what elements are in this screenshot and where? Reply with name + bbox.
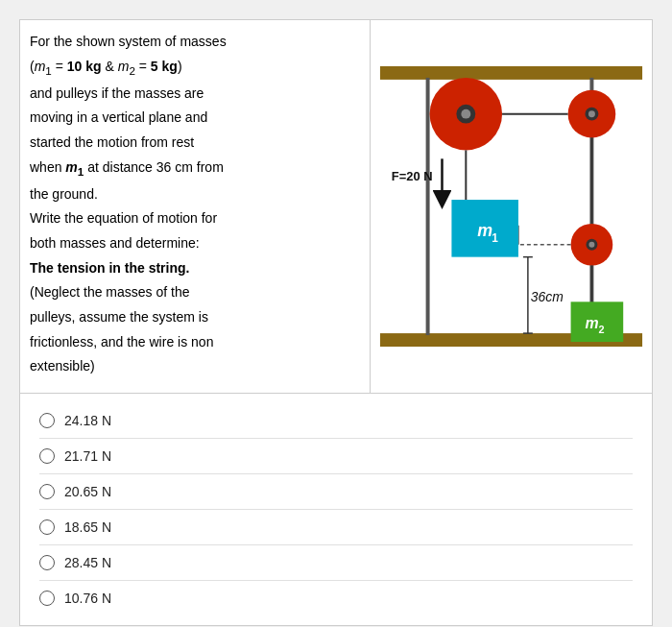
right-pulley-hub [588, 110, 595, 117]
option-label-2: 21.71 N [64, 448, 111, 464]
text-line-1: For the shown system of masses [30, 32, 360, 53]
diagram-panel: F=20 N m 1 m 2 [371, 20, 652, 393]
text-line-4: moving in a vertical plane and [30, 108, 360, 129]
distance-label-text: 36cm [531, 289, 564, 304]
text-panel: For the shown system of masses (m1 = 10 … [20, 20, 371, 393]
text-line-2: (m1 = 10 kg & m2 = 5 kg) [30, 57, 360, 80]
m1-subscript: 1 [492, 231, 498, 245]
text-line-11: (Neglect the masses of the [30, 282, 360, 303]
text-line-6: when m1 at distance 36 cm from [30, 157, 360, 181]
radio-4[interactable] [39, 519, 55, 535]
option-row-1[interactable]: 24.18 N [39, 403, 633, 439]
option-label-4: 18.65 N [64, 519, 111, 535]
option-label-3: 20.65 N [64, 484, 111, 499]
main-container: For the shown system of masses (m1 = 10 … [19, 19, 653, 626]
lower-right-pulley-hub [588, 242, 594, 248]
diagram-svg: F=20 N m 1 m 2 [371, 20, 652, 393]
text-line-7: the ground. [30, 184, 360, 205]
option-label-1: 24.18 N [64, 413, 111, 428]
text-line-5: started the motion from rest [30, 133, 360, 154]
radio-1[interactable] [39, 413, 55, 428]
text-line-10: The tension in the string. [30, 258, 360, 279]
m2-label-text: m [585, 315, 598, 331]
left-pole [426, 78, 430, 335]
option-row-3[interactable]: 20.65 N [39, 474, 633, 510]
text-line-3: and pulleys if the masses are [30, 84, 360, 105]
ceiling-bar [380, 66, 642, 80]
options-panel: 24.18 N 21.71 N 20.65 N 18.65 N 28.45 N … [20, 394, 652, 625]
text-line-13: frictionless, and the wire is non [30, 332, 360, 353]
text-line-12: pulleys, assume the system is [30, 307, 360, 328]
option-row-2[interactable]: 21.71 N [39, 439, 633, 474]
m1-label-text: m [477, 221, 492, 240]
text-line-14: extensible) [30, 356, 360, 377]
text-line-8: Write the equation of motion for [30, 208, 360, 229]
option-label-5: 28.45 N [64, 555, 111, 570]
option-row-4[interactable]: 18.65 N [39, 510, 633, 545]
question-panel: For the shown system of masses (m1 = 10 … [20, 20, 652, 394]
radio-5[interactable] [39, 555, 55, 570]
radio-3[interactable] [39, 484, 55, 499]
m2-subscript: 2 [598, 324, 604, 335]
option-row-5[interactable]: 28.45 N [39, 545, 633, 581]
radio-2[interactable] [39, 448, 55, 464]
text-line-9: both masses and determine: [30, 233, 360, 254]
radio-6[interactable] [39, 591, 55, 606]
force-label-text: F=20 N [392, 169, 433, 183]
left-pulley-hub [461, 109, 470, 119]
option-row-6[interactable]: 10.76 N [39, 581, 633, 615]
option-label-6: 10.76 N [64, 591, 111, 606]
